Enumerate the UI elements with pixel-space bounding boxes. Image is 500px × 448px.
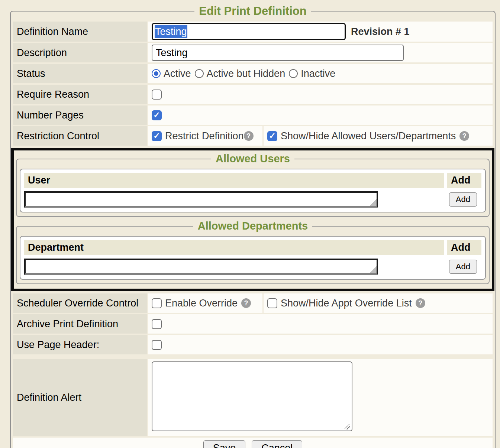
allowed-section: Allowed Users User Add Add Allowed Depar <box>11 148 494 291</box>
resize-grip-icon[interactable] <box>370 199 377 206</box>
status-cell: Active Active but Hidden Inactive <box>148 64 493 83</box>
definition-alert-label: Definition Alert <box>13 359 147 436</box>
status-label: Status <box>13 64 147 83</box>
enable-override-label: Enable Override <box>165 298 238 309</box>
row-definition-name: Definition Name Testing Revision # 1 <box>13 22 493 42</box>
row-status: Status Active Active but Hidden Inactive <box>13 64 493 83</box>
allowed-departments-header-row: Department Add <box>24 240 481 255</box>
status-radio-active-but-hidden[interactable]: Active but Hidden <box>195 68 286 79</box>
number-pages-cell: ✓ <box>148 105 493 125</box>
row-restriction-control: Restriction Control ✓ Restrict Definitio… <box>13 126 493 146</box>
show-hide-appt-label: Show/Hide Appt Override List <box>281 298 412 309</box>
edit-print-definition-fieldset: Edit Print Definition Definition Name Te… <box>10 4 496 448</box>
show-hide-appt-help-icon[interactable]: ? <box>416 298 425 308</box>
restrict-definition-checkbox[interactable]: ✓ <box>152 131 162 141</box>
allowed-users-fieldset: Allowed Users User Add Add <box>16 153 490 217</box>
restrict-definition-help-icon[interactable]: ? <box>244 131 254 141</box>
show-hide-users-cell: ✓ Show/Hide Allowed Users/Departments ? <box>264 126 493 146</box>
status-radio-inactive[interactable]: Inactive <box>289 68 335 79</box>
definition-alert-textarea[interactable] <box>152 361 352 431</box>
archive-cell <box>148 314 493 334</box>
restriction-control-label: Restriction Control <box>13 126 147 146</box>
status-active-but-hidden-label: Active but Hidden <box>207 68 286 79</box>
archive-label: Archive Print Definition <box>13 314 147 334</box>
allowed-departments-title: Allowed Departments <box>193 220 313 232</box>
require-reason-checkbox[interactable] <box>152 90 162 100</box>
radio-icon <box>289 69 298 78</box>
definition-name-label: Definition Name <box>13 22 147 42</box>
definition-name-input[interactable]: Testing <box>152 23 346 40</box>
status-inactive-label: Inactive <box>301 68 335 79</box>
show-hide-appt-checkbox[interactable] <box>267 298 277 308</box>
form-grid: Definition Name Testing Revision # 1 Des… <box>13 22 493 448</box>
row-description: Description <box>13 43 493 62</box>
row-archive: Archive Print Definition <box>13 314 493 334</box>
restrict-definition-cell: ✓ Restrict Definition ? <box>148 126 262 146</box>
enable-override-help-icon[interactable]: ? <box>241 298 251 308</box>
description-label: Description <box>13 43 147 62</box>
definition-name-value: Testing <box>155 25 187 38</box>
show-hide-appt-cell: Show/Hide Appt Override List ? <box>264 293 493 313</box>
user-add-column-header: Add <box>447 173 481 188</box>
number-pages-checkbox[interactable]: ✓ <box>152 110 162 120</box>
department-column-header: Department <box>24 240 444 255</box>
restrict-definition-label: Restrict Definition <box>165 130 244 142</box>
status-active-label: Active <box>164 68 191 79</box>
archive-checkbox[interactable] <box>152 319 162 329</box>
description-cell <box>148 43 493 62</box>
scheduler-override-label: Scheduler Override Control <box>13 293 147 313</box>
department-add-column-header: Add <box>447 240 481 255</box>
require-reason-label: Require Reason <box>13 85 147 104</box>
allowed-users-header-row: User Add <box>24 173 481 188</box>
allowed-departments-input-row: Add <box>24 259 481 275</box>
description-input[interactable] <box>152 45 404 61</box>
allowed-departments-select[interactable] <box>24 259 378 275</box>
enable-override-checkbox[interactable] <box>152 298 162 308</box>
row-scheduler-override: Scheduler Override Control Enable Overri… <box>13 293 493 313</box>
show-hide-users-label: Show/Hide Allowed Users/Departments <box>281 130 456 142</box>
allowed-users-add-button[interactable]: Add <box>449 192 477 207</box>
allowed-departments-listbox: Department Add Add <box>20 236 486 280</box>
use-page-header-checkbox[interactable] <box>152 340 162 350</box>
page-title: Edit Print Definition <box>194 4 311 18</box>
require-reason-cell <box>148 85 493 104</box>
number-pages-label: Number Pages <box>13 105 147 125</box>
status-radio-active[interactable]: Active <box>152 68 191 79</box>
resize-grip-icon[interactable] <box>370 266 377 273</box>
row-require-reason: Require Reason <box>13 85 493 104</box>
user-column-header: User <box>24 173 444 188</box>
form-buttons-row: Save Cancel <box>13 438 493 448</box>
radio-selected-icon <box>152 69 161 78</box>
allowed-departments-fieldset: Allowed Departments Department Add Add <box>16 220 490 284</box>
use-page-header-cell <box>148 335 493 354</box>
row-use-page-header: Use Page Header: <box>13 335 493 354</box>
cancel-button[interactable]: Cancel <box>252 440 302 448</box>
radio-icon <box>195 69 204 78</box>
allowed-users-input-row: Add <box>24 191 481 208</box>
enable-override-cell: Enable Override ? <box>148 293 262 313</box>
allowed-departments-add-button[interactable]: Add <box>449 260 477 274</box>
page: Edit Print Definition Definition Name Te… <box>0 0 500 448</box>
allowed-users-listbox: User Add Add <box>20 169 486 212</box>
save-button[interactable]: Save <box>203 440 246 448</box>
definition-alert-cell <box>148 359 493 436</box>
show-hide-users-help-icon[interactable]: ? <box>459 131 469 141</box>
revision-label: Revision # 1 <box>351 26 410 38</box>
definition-name-cell: Testing Revision # 1 <box>148 22 493 42</box>
row-number-pages: Number Pages ✓ <box>13 105 493 125</box>
allowed-users-title: Allowed Users <box>211 153 294 165</box>
use-page-header-label: Use Page Header: <box>13 335 147 354</box>
show-hide-users-checkbox[interactable]: ✓ <box>267 131 277 141</box>
row-definition-alert: Definition Alert <box>13 359 493 436</box>
textarea-resize-grip-icon[interactable] <box>345 424 350 429</box>
allowed-users-select[interactable] <box>24 191 378 208</box>
